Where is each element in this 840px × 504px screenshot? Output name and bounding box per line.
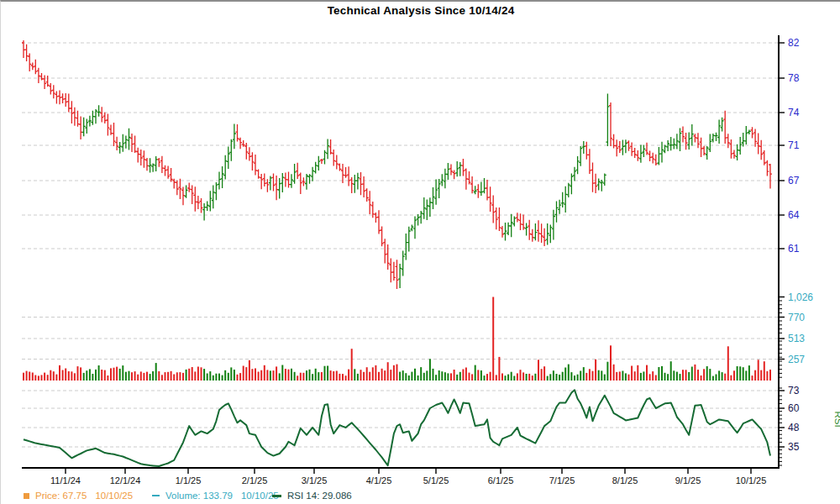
price-tick-label: 82 [788,37,800,49]
date-label: 1/1/25 [176,475,202,486]
legend-price: Price: 67.7510/10/25 [24,489,133,502]
date-label: 3/1/25 [302,475,328,486]
chart-canvas: 827874716764611,02677051325773604835RSI1… [1,2,840,504]
rsi-swatch-icon [272,495,281,497]
price-tick-label: 61 [788,243,800,255]
volume-swatch-icon [152,495,160,496]
volume-tick-label: 1,026 [788,291,813,303]
date-label: 9/1/25 [675,475,701,486]
date-label: 4/1/25 [366,475,392,486]
date-label: 6/1/25 [488,475,514,486]
date-label: 5/1/25 [423,475,449,486]
axes: 827874716764611,02677051325773604835RSI1… [22,35,840,486]
date-label: 12/1/24 [110,475,141,486]
rsi-tick-label: 48 [788,422,800,433]
legend-volume: Volume: 133.7910/10/25 [152,489,279,502]
rsi-tick-label: 60 [788,402,800,414]
rsi-tick-label: 35 [788,441,800,453]
price-tick-label: 71 [788,139,800,151]
date-label: 11/1/24 [50,475,81,486]
date-label: 8/1/25 [612,475,638,486]
price-panel [22,40,772,289]
gridlines [22,43,779,447]
rsi-panel [24,390,770,466]
price-tick-label: 78 [788,72,800,84]
volume-tick-label: 513 [788,333,805,344]
volume-tick-label: 770 [788,312,805,323]
volume-tick-label: 257 [788,354,805,365]
date-label: 10/1/25 [736,475,767,486]
rsi-legend-label: RSI 14: 29.086 [287,491,352,501]
price-swatch-icon [24,493,29,499]
price-legend-date: 10/10/25 [95,491,133,501]
technical-analysis-chart: Technical Analysis Since 10/14/24 827874… [0,0,840,504]
legend-rsi: RSI 14: 29.086 [272,489,352,502]
rsi-axis-title: RSI [833,411,840,427]
price-tick-label: 74 [788,107,800,118]
volume-legend-label: Volume: 133.79 [165,491,233,501]
price-tick-label: 67 [788,175,800,186]
date-label: 7/1/25 [549,475,575,486]
price-legend-label: Price: 67.75 [35,491,87,501]
rsi-tick-label: 73 [788,385,800,396]
price-tick-label: 64 [788,209,800,221]
date-label: 2/1/25 [242,475,268,486]
